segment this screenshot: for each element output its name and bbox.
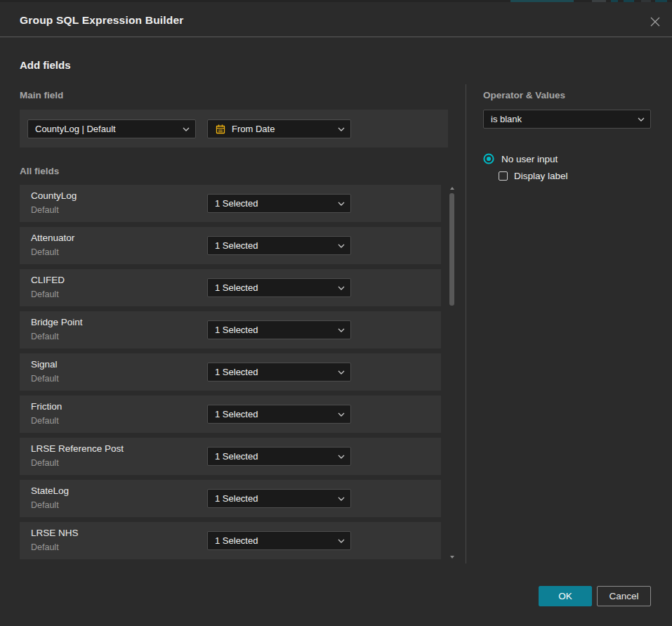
- selection-value: 1 Selected: [215, 535, 258, 546]
- display-label-checkbox-row[interactable]: Display label: [499, 171, 568, 181]
- field-type: Default: [31, 500, 59, 510]
- chevron-down-icon: [338, 202, 345, 206]
- field-type: Default: [31, 542, 59, 552]
- selection-value: 1 Selected: [215, 451, 258, 462]
- selection-value: 1 Selected: [215, 367, 258, 377]
- chevron-down-icon: [338, 497, 345, 501]
- field-row: Friction Default 1 Selected: [20, 396, 441, 433]
- checkbox-unchecked-icon[interactable]: [499, 171, 508, 181]
- radio-selected-icon: [483, 153, 494, 164]
- field-selection-dropdown[interactable]: 1 Selected: [207, 447, 351, 466]
- selection-value: 1 Selected: [215, 198, 258, 209]
- field-select-value: From Date: [232, 124, 275, 134]
- scroll-down-icon[interactable]: [450, 556, 454, 559]
- field-selection-dropdown[interactable]: 1 Selected: [207, 531, 351, 550]
- no-user-input-radio[interactable]: No user input: [483, 153, 558, 164]
- display-label-label: Display label: [514, 171, 568, 181]
- field-name: LRSE Reference Post: [31, 443, 124, 454]
- column-divider: [466, 84, 466, 563]
- main-field-panel: CountyLog | Default From Date: [20, 110, 448, 148]
- field-selection-dropdown[interactable]: 1 Selected: [207, 489, 351, 508]
- field-type: Default: [31, 374, 59, 384]
- scroll-up-icon[interactable]: [450, 187, 454, 190]
- ok-button[interactable]: OK: [539, 586, 592, 606]
- field-name: StateLog: [31, 485, 69, 496]
- selection-value: 1 Selected: [215, 325, 258, 335]
- chevron-down-icon: [338, 286, 345, 290]
- dialog-title-bar: Group SQL Expression Builder: [0, 2, 672, 37]
- selection-value: 1 Selected: [215, 282, 258, 293]
- field-row: Attenuator Default 1 Selected: [20, 227, 441, 264]
- field-name: Friction: [31, 401, 62, 412]
- field-selection-dropdown[interactable]: 1 Selected: [207, 278, 351, 297]
- chevron-down-icon: [638, 117, 645, 122]
- field-row: CLIFED Default 1 Selected: [20, 269, 441, 306]
- all-fields-label: All fields: [20, 166, 59, 176]
- calendar-date-icon: [215, 124, 226, 135]
- chevron-down-icon: [338, 539, 345, 543]
- field-name: LRSE NHS: [31, 528, 79, 538]
- field-row: StateLog Default 1 Selected: [20, 480, 441, 517]
- chevron-down-icon: [338, 455, 345, 459]
- main-field-label: Main field: [20, 90, 63, 100]
- field-name: CLIFED: [31, 275, 65, 285]
- field-selection-dropdown[interactable]: 1 Selected: [207, 405, 351, 424]
- chevron-down-icon: [338, 127, 345, 131]
- field-row: LRSE NHS Default 1 Selected: [20, 522, 441, 559]
- field-type: Default: [31, 416, 59, 426]
- field-select[interactable]: From Date: [207, 119, 351, 138]
- field-name: CountyLog: [31, 190, 77, 201]
- operator-values-label: Operator & Values: [483, 90, 565, 100]
- operator-select[interactable]: is blank: [483, 110, 651, 129]
- chevron-down-icon: [338, 244, 345, 248]
- field-type: Default: [31, 458, 59, 468]
- field-type: Default: [31, 205, 59, 215]
- all-fields-scrollbar[interactable]: [449, 185, 456, 561]
- chevron-down-icon: [183, 127, 190, 131]
- layer-select[interactable]: CountyLog | Default: [27, 119, 196, 138]
- dialog-title: Group SQL Expression Builder: [20, 14, 184, 27]
- field-row: CountyLog Default 1 Selected: [20, 185, 441, 222]
- field-type: Default: [31, 289, 59, 299]
- field-name: Bridge Point: [31, 317, 83, 327]
- close-icon: [650, 16, 661, 27]
- field-row: Bridge Point Default 1 Selected: [20, 311, 441, 348]
- field-selection-dropdown[interactable]: 1 Selected: [207, 194, 351, 213]
- field-selection-dropdown[interactable]: 1 Selected: [207, 320, 351, 339]
- field-type: Default: [31, 332, 59, 341]
- field-type: Default: [31, 247, 59, 257]
- field-row: LRSE Reference Post Default 1 Selected: [20, 438, 441, 475]
- chevron-down-icon: [338, 412, 345, 417]
- no-user-input-label: No user input: [501, 154, 558, 164]
- selection-value: 1 Selected: [215, 493, 258, 504]
- close-button[interactable]: [649, 15, 661, 28]
- title-divider: [0, 37, 672, 37]
- field-selection-dropdown[interactable]: 1 Selected: [207, 236, 351, 255]
- scrollbar-thumb[interactable]: [449, 193, 454, 306]
- add-fields-heading: Add fields: [20, 59, 71, 71]
- field-row: Signal Default 1 Selected: [20, 353, 441, 391]
- layer-select-value: CountyLog | Default: [35, 124, 116, 134]
- field-selection-dropdown[interactable]: 1 Selected: [207, 363, 351, 382]
- field-name: Attenuator: [31, 233, 74, 243]
- selection-value: 1 Selected: [215, 240, 258, 251]
- cancel-button[interactable]: Cancel: [597, 586, 651, 606]
- field-name: Signal: [31, 359, 58, 370]
- selection-value: 1 Selected: [215, 409, 258, 419]
- operator-select-value: is blank: [491, 114, 522, 124]
- chevron-down-icon: [338, 370, 345, 374]
- chevron-down-icon: [338, 328, 345, 332]
